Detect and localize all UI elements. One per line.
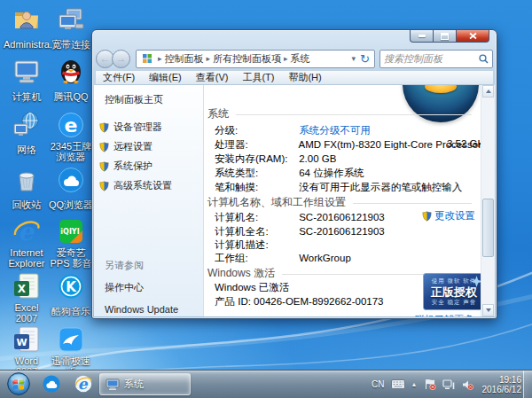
desktop-icon-administrator[interactable]: Administra... — [4, 4, 50, 51]
system-type-label: 系统类型: — [215, 167, 296, 180]
rating-unavailable-link[interactable]: 系统分级不可用 — [299, 125, 371, 136]
desktop-icon-excel-2007[interactable]: X Excel 2007 — [4, 271, 50, 325]
sidebar-item-label: 高级系统设置 — [113, 179, 172, 192]
scroll-up-button[interactable] — [482, 85, 494, 98]
menu-bar: 文件(F) 编辑(E) 查看(V) 工具(T) 帮助(H) — [95, 70, 494, 85]
uac-shield-icon — [99, 142, 109, 152]
window-caption-buttons — [410, 30, 489, 43]
taskbar-clock[interactable]: 19:16 2016/6/12 — [482, 375, 522, 394]
desktop-icon-internet-explorer[interactable]: e Internet Explorer — [4, 216, 50, 270]
pen-touch-label: 笔和触摸: — [215, 181, 296, 194]
uac-shield-icon — [422, 211, 432, 222]
genuine-star-icon — [471, 276, 481, 287]
desktop-icon-broadband[interactable]: 宽带连接 — [48, 4, 94, 51]
network-globe-icon — [4, 110, 50, 141]
close-button[interactable] — [457, 30, 489, 43]
xunlei-icon — [48, 324, 94, 355]
sidebar-item-remote-settings[interactable]: 远程设置 — [99, 140, 203, 153]
forward-arrow-icon: → — [116, 53, 127, 64]
system-type-row: 系统类型: 64 位操作系统 — [215, 167, 472, 180]
sidebar-item-action-center[interactable]: 操作中心 — [105, 281, 178, 294]
show-hidden-icons-button[interactable]: ▲ — [411, 381, 418, 387]
sidebar-item-windows-update[interactable]: Windows Update — [105, 304, 178, 315]
desktop-icon-iqiyi[interactable]: iQIYI 爱奇艺PPS 影音 — [48, 216, 94, 270]
sidebar-item-device-manager[interactable]: 设备管理器 — [99, 121, 203, 134]
desktop-icon-label: 回收站 — [12, 199, 42, 210]
svg-text:K: K — [66, 279, 77, 295]
volume-muted-icon[interactable] — [461, 379, 473, 390]
scroll-down-icon — [486, 308, 491, 312]
desktop-icon-label: Internet Explorer — [4, 247, 50, 269]
breadcrumb-chevron-icon: ▸ — [204, 54, 214, 63]
system-tray: CN ▲ 19:16 2016/6/12 — [372, 371, 521, 398]
admin-folder-icon — [4, 4, 50, 35]
desktop-icon-label: 腾讯QQ — [53, 91, 88, 102]
search-placeholder: 搜索控制面板 — [384, 52, 479, 66]
internet-explorer-icon: e — [73, 373, 94, 394]
iqiyi-icon: iQIYI — [48, 216, 94, 247]
computer-name-value: SC-201606121903 — [299, 212, 385, 222]
scroll-down-button[interactable] — [482, 304, 494, 316]
minimize-button[interactable] — [410, 30, 434, 43]
menu-view[interactable]: 查看(V) — [196, 71, 229, 84]
desktop-icon-recycle-bin[interactable]: 回收站 — [4, 165, 50, 212]
svg-text:W: W — [16, 337, 27, 348]
taskbar-button-system[interactable]: 系统 — [99, 373, 191, 395]
menu-help[interactable]: 帮助(H) — [288, 71, 321, 84]
section-title: Windows 激活 — [207, 266, 275, 281]
forward-button[interactable]: → — [112, 50, 130, 68]
broadband-connection-icon — [48, 4, 94, 35]
change-settings-link[interactable]: 更改设置 — [422, 209, 475, 222]
breadcrumb-system[interactable]: 系统 — [291, 52, 310, 66]
sidebar-item-system-protection[interactable]: 系统保护 — [99, 160, 203, 173]
refresh-icon[interactable]: ↻ — [358, 52, 372, 66]
learn-more-online-link[interactable]: 联机了解更多内容... — [415, 313, 481, 316]
action-center-flag-icon[interactable] — [424, 378, 436, 390]
sidebar-item-advanced-settings[interactable]: 高级系统设置 — [99, 179, 203, 192]
svg-text:e: e — [65, 114, 78, 137]
show-desktop-button[interactable] — [523, 371, 532, 398]
desktop-icon-2345-browser[interactable]: e 2345王牌浏览器 — [48, 110, 94, 164]
breadcrumb-all-items[interactable]: 所有控制面板项 — [213, 52, 281, 66]
breadcrumb-control-panel[interactable]: 控制面板 — [165, 52, 204, 66]
activation-status: Windows 已激活 — [215, 282, 289, 293]
taskbar-pinned-internet-explorer[interactable]: e — [73, 373, 94, 398]
word-icon: W — [4, 324, 50, 355]
menu-tools[interactable]: 工具(T) — [242, 71, 274, 84]
product-id-value: 产品 ID: 00426-OEM-8992662-00173 — [215, 296, 384, 307]
desktop-icon-label: 计算机 — [12, 91, 42, 102]
genuine-windows-badge[interactable]: 使用 微软 软件 正版授权 安全 稳定 声誉 — [423, 273, 481, 310]
menu-edit[interactable]: 编辑(E) — [149, 71, 182, 84]
keyboard-icon[interactable] — [391, 379, 405, 389]
address-dropdown-icon[interactable]: ▾ — [349, 54, 359, 63]
system-control-panel-window: ← → ▸ 控制面板 ▸ 所有控制面板项 ▸ 系统 ▾ ↻ 搜索控制面板 文件(… — [91, 29, 497, 319]
vertical-scrollbar[interactable] — [481, 85, 495, 316]
desktop-icon-qq-browser[interactable]: QQ浏览器 — [48, 165, 94, 212]
menu-file[interactable]: 文件(F) — [103, 71, 135, 84]
network-status-icon[interactable] — [442, 379, 455, 390]
uac-shield-icon — [99, 181, 109, 191]
desktop-icon-tencent-qq[interactable]: 腾讯QQ — [48, 57, 94, 104]
desktop-icon-kugou[interactable]: K 酷狗音乐 — [48, 271, 94, 318]
sidebar-item-home[interactable]: 控制面板主页 — [105, 93, 203, 106]
desktop-icon-network[interactable]: 网络 — [4, 110, 50, 157]
pen-touch-value: 没有可用于此显示器的笔或触控输入 — [299, 182, 462, 192]
desktop-icon-computer[interactable]: 计算机 — [4, 57, 50, 104]
search-input[interactable]: 搜索控制面板 — [379, 50, 493, 68]
computer-fullname-label: 计算机全名: — [215, 225, 296, 238]
address-bar[interactable]: ▸ 控制面板 ▸ 所有控制面板项 ▸ 系统 ▾ ↻ — [136, 50, 375, 68]
system-section-header: 系统 — [207, 106, 472, 121]
start-button[interactable] — [7, 372, 30, 398]
maximize-button[interactable] — [434, 30, 457, 43]
workgroup-value: WorkGroup — [299, 253, 351, 263]
badge-main-text: 正版授权 — [424, 285, 481, 299]
scrollbar-thumb[interactable] — [482, 199, 494, 257]
windows-orb-flag-segment — [425, 85, 457, 93]
taskbar: e 系统 CN ▲ 19:16 2016/6/12 — [0, 370, 532, 398]
desktop-icon-label: 酷狗音乐 — [51, 306, 90, 316]
control-panel-icon — [142, 53, 153, 64]
section-rule — [353, 203, 472, 204]
sidebar-see-also-group: 另请参阅 操作中心 Windows Update 性能信息和工具 — [105, 259, 178, 316]
taskbar-pinned-qq-browser[interactable] — [41, 373, 62, 398]
language-indicator[interactable]: CN — [372, 379, 384, 389]
